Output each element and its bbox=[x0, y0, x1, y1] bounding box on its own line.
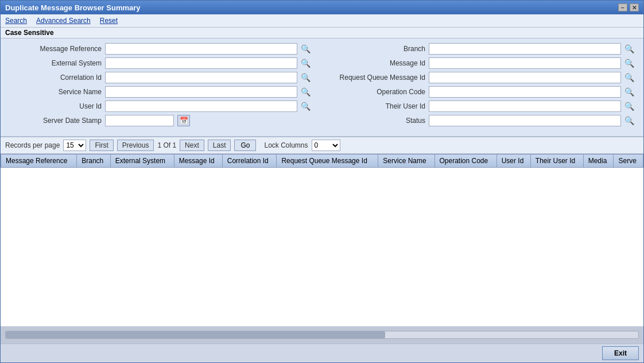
search-icon-branch[interactable]: 🔍 bbox=[624, 44, 634, 53]
col-service-name: Service Name bbox=[378, 155, 434, 168]
menu-bar: Search Advanced Search Reset bbox=[1, 14, 643, 28]
close-button[interactable]: ✕ bbox=[630, 3, 639, 11]
search-grid: Message Reference 🔍 External System 🔍 Co… bbox=[10, 43, 634, 129]
field-row-their-user-id: Their User Id 🔍 bbox=[333, 101, 634, 112]
input-branch[interactable] bbox=[429, 43, 621, 55]
horizontal-scrollbar-track[interactable] bbox=[5, 331, 639, 339]
col-user-id: User Id bbox=[496, 155, 530, 168]
footer-bar: Exit bbox=[1, 343, 643, 362]
records-per-page-select[interactable]: 15 25 50 bbox=[63, 140, 86, 151]
col-serve: Serve bbox=[614, 155, 643, 168]
search-icon-operation-code[interactable]: 🔍 bbox=[624, 87, 634, 96]
input-server-date-stamp[interactable] bbox=[105, 115, 174, 126]
title-controls: − ✕ bbox=[618, 3, 639, 11]
main-window: Duplicate Message Browser Summary − ✕ Se… bbox=[0, 0, 644, 363]
page-info: 1 Of 1 bbox=[157, 141, 176, 149]
label-external-system: External System bbox=[10, 59, 102, 67]
window-title: Duplicate Message Browser Summary bbox=[5, 3, 141, 12]
col-their-user-id: Their User Id bbox=[530, 155, 583, 168]
calendar-button-server-date-stamp[interactable]: 📅 bbox=[177, 115, 190, 126]
col-external-system: External System bbox=[110, 155, 174, 168]
title-bar: Duplicate Message Browser Summary − ✕ bbox=[1, 1, 643, 14]
search-icon-correlation-id[interactable]: 🔍 bbox=[301, 73, 311, 82]
field-row-request-queue-message-id: Request Queue Message Id 🔍 bbox=[333, 72, 634, 83]
col-correlation-id: Correlation Id bbox=[222, 155, 277, 168]
input-operation-code[interactable] bbox=[429, 86, 621, 98]
search-icon-external-system[interactable]: 🔍 bbox=[301, 59, 311, 68]
label-operation-code: Operation Code bbox=[333, 88, 425, 96]
search-icon-service-name[interactable]: 🔍 bbox=[301, 87, 311, 96]
horizontal-scrollbar-thumb[interactable] bbox=[6, 331, 385, 338]
col-branch: Branch bbox=[77, 155, 111, 168]
horizontal-scrollbar-area bbox=[1, 326, 643, 343]
col-message-reference: Message Reference bbox=[1, 155, 77, 168]
input-their-user-id[interactable] bbox=[429, 101, 621, 112]
label-their-user-id: Their User Id bbox=[333, 102, 425, 110]
input-status[interactable] bbox=[429, 115, 621, 126]
previous-button[interactable]: Previous bbox=[117, 140, 154, 151]
input-correlation-id[interactable] bbox=[105, 72, 297, 83]
lock-columns-label: Lock Columns bbox=[264, 141, 308, 149]
input-external-system[interactable] bbox=[105, 57, 297, 69]
next-button[interactable]: Next bbox=[180, 140, 204, 151]
data-table: Message Reference Branch External System… bbox=[1, 154, 643, 168]
label-message-id: Message Id bbox=[333, 59, 425, 67]
input-message-reference[interactable] bbox=[105, 43, 297, 55]
search-icon-user-id[interactable]: 🔍 bbox=[301, 102, 311, 111]
table-header-row: Message Reference Branch External System… bbox=[1, 155, 643, 168]
case-sensitive-label: Case Sensitive bbox=[1, 28, 643, 38]
label-status: Status bbox=[333, 117, 425, 125]
col-message-id: Message Id bbox=[174, 155, 222, 168]
label-user-id: User Id bbox=[10, 102, 102, 110]
field-row-correlation-id: Correlation Id 🔍 bbox=[10, 72, 311, 83]
minimize-button[interactable]: − bbox=[618, 3, 627, 11]
col-request-queue-message-id: Request Queue Message Id bbox=[277, 155, 378, 168]
field-row-operation-code: Operation Code 🔍 bbox=[333, 86, 634, 98]
field-row-server-date-stamp: Server Date Stamp 📅 bbox=[10, 115, 311, 126]
search-icon-message-id[interactable]: 🔍 bbox=[624, 59, 634, 68]
table-container: Message Reference Branch External System… bbox=[1, 154, 643, 326]
field-row-service-name: Service Name 🔍 bbox=[10, 86, 311, 98]
label-correlation-id: Correlation Id bbox=[10, 74, 102, 82]
lock-columns-select[interactable]: 0 1 2 bbox=[312, 140, 340, 151]
field-row-external-system: External System 🔍 bbox=[10, 57, 311, 69]
input-request-queue-message-id[interactable] bbox=[429, 72, 621, 83]
field-row-user-id: User Id 🔍 bbox=[10, 101, 311, 112]
menu-search[interactable]: Search bbox=[5, 17, 27, 25]
input-user-id[interactable] bbox=[105, 101, 297, 112]
col-media: Media bbox=[583, 155, 614, 168]
field-row-message-reference: Message Reference 🔍 bbox=[10, 43, 311, 55]
label-message-reference: Message Reference bbox=[10, 45, 102, 53]
pagination-bar: Records per page 15 25 50 First Previous… bbox=[1, 137, 643, 154]
last-button[interactable]: Last bbox=[208, 140, 231, 151]
label-service-name: Service Name bbox=[10, 88, 102, 96]
field-row-status: Status 🔍 bbox=[333, 115, 634, 126]
right-fields: Branch 🔍 Message Id 🔍 Request Queue Mess… bbox=[333, 43, 634, 129]
search-icon-request-queue-message-id[interactable]: 🔍 bbox=[624, 73, 634, 82]
input-service-name[interactable] bbox=[105, 86, 297, 98]
records-per-page-label: Records per page bbox=[5, 141, 60, 149]
search-icon-their-user-id[interactable]: 🔍 bbox=[624, 102, 634, 111]
left-fields: Message Reference 🔍 External System 🔍 Co… bbox=[10, 43, 311, 129]
search-area: Message Reference 🔍 External System 🔍 Co… bbox=[1, 38, 643, 137]
col-operation-code: Operation Code bbox=[434, 155, 496, 168]
input-message-id[interactable] bbox=[429, 57, 621, 69]
label-request-queue-message-id: Request Queue Message Id bbox=[333, 74, 425, 82]
go-button[interactable]: Go bbox=[234, 140, 256, 151]
menu-reset[interactable]: Reset bbox=[100, 17, 118, 25]
menu-advanced-search[interactable]: Advanced Search bbox=[36, 17, 91, 25]
search-icon-status[interactable]: 🔍 bbox=[624, 116, 634, 125]
first-button[interactable]: First bbox=[90, 140, 113, 151]
label-server-date-stamp: Server Date Stamp bbox=[10, 117, 102, 125]
field-row-branch: Branch 🔍 bbox=[333, 43, 634, 55]
label-branch: Branch bbox=[333, 45, 425, 53]
exit-button[interactable]: Exit bbox=[602, 346, 639, 360]
field-row-message-id: Message Id 🔍 bbox=[333, 57, 634, 69]
search-icon-message-reference[interactable]: 🔍 bbox=[301, 44, 311, 53]
